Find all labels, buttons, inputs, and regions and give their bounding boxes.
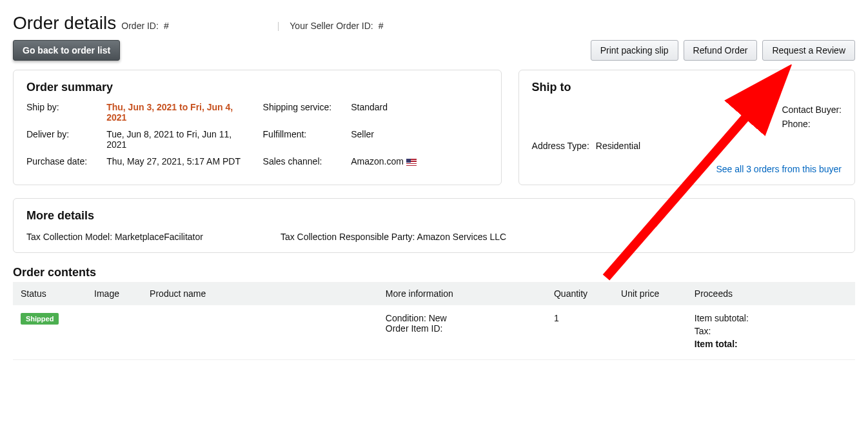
col-quantity: Quantity	[546, 282, 613, 305]
shipping-service-value: Standard	[351, 102, 488, 123]
divider: |	[277, 21, 280, 31]
fulfillment-label: Fulfillment:	[263, 129, 332, 150]
col-unit-price: Unit price	[613, 282, 687, 305]
address-type-value: Residential	[596, 141, 640, 151]
condition-value: New	[429, 313, 447, 323]
status-badge: Shipped	[21, 313, 59, 325]
cell-quantity: 1	[546, 305, 613, 360]
order-summary-panel: Order summary Ship by: Thu, Jun 3, 2021 …	[13, 70, 502, 185]
contact-buyer-label: Contact Buyer:	[782, 105, 842, 115]
refund-order-button[interactable]: Refund Order	[684, 40, 758, 61]
condition-label: Condition:	[386, 313, 426, 323]
page-title: Order details	[13, 13, 116, 34]
order-contents-section: Order contents Status Image Product name…	[13, 266, 855, 360]
col-status: Status	[13, 282, 86, 305]
request-review-button[interactable]: Request a Review	[762, 40, 855, 61]
seller-order-id-label: Your Seller Order ID:	[290, 21, 373, 31]
deliver-by-value: Tue, Jun 8, 2021 to Fri, Jun 11, 2021	[106, 129, 243, 150]
deliver-by-label: Deliver by:	[26, 129, 87, 150]
more-details-panel: More details Tax Collection Model: Marke…	[13, 198, 855, 253]
purchase-date-value: Thu, May 27, 2021, 5:17 AM PDT	[106, 156, 243, 166]
col-product-name: Product name	[142, 282, 378, 305]
ship-to-title: Ship to	[532, 81, 842, 94]
purchase-date-label: Purchase date:	[26, 156, 87, 166]
ship-by-label: Ship by:	[26, 102, 87, 123]
ship-by-value: Thu, Jun 3, 2021 to Fri, Jun 4, 2021	[106, 102, 243, 123]
address-type-label: Address Type:	[532, 141, 589, 151]
tax-party-value: Amazon Services LLC	[417, 232, 507, 242]
more-details-title: More details	[26, 209, 842, 223]
tax-label: Tax:	[695, 326, 847, 336]
see-all-orders-link[interactable]: See all 3 orders from this buyer	[532, 164, 842, 174]
table-row: Shipped Condition: New Order Item ID: 1	[13, 305, 855, 360]
order-id-label: Order ID:	[121, 21, 159, 31]
cell-proceeds: Item subtotal: Tax: Item total:	[687, 305, 855, 360]
order-id-value: #	[164, 21, 169, 31]
tax-model-label: Tax Collection Model:	[26, 232, 112, 242]
print-packing-slip-button[interactable]: Print packing slip	[591, 40, 678, 61]
shipping-service-label: Shipping service:	[263, 102, 332, 123]
sales-channel-value: Amazon.com	[351, 156, 488, 166]
item-total-label: Item total:	[695, 339, 847, 349]
col-more-info: More information	[378, 282, 546, 305]
phone-label: Phone:	[782, 119, 842, 129]
tax-party-label: Tax Collection Responsible Party:	[281, 232, 415, 242]
us-flag-icon	[406, 159, 417, 166]
cell-more-info: Condition: New Order Item ID:	[378, 305, 546, 360]
sales-channel-label: Sales channel:	[263, 156, 332, 166]
order-item-id-label: Order Item ID:	[386, 323, 443, 334]
cell-product-name	[142, 305, 378, 360]
order-summary-title: Order summary	[26, 81, 488, 94]
cell-unit-price	[613, 305, 687, 360]
item-subtotal-label: Item subtotal:	[695, 313, 847, 323]
fulfillment-value: Seller	[351, 129, 488, 150]
order-contents-table: Status Image Product name More informati…	[13, 282, 855, 360]
col-proceeds: Proceeds	[687, 282, 855, 305]
tax-model-value: MarketplaceFacilitator	[115, 232, 203, 242]
col-image: Image	[86, 282, 142, 305]
cell-image	[86, 305, 142, 360]
ship-to-panel: Ship to Address Type: Residential Contac…	[518, 70, 855, 185]
back-button[interactable]: Go back to order list	[13, 40, 120, 61]
seller-order-id-value: #	[379, 21, 384, 31]
order-contents-title: Order contents	[13, 266, 855, 279]
